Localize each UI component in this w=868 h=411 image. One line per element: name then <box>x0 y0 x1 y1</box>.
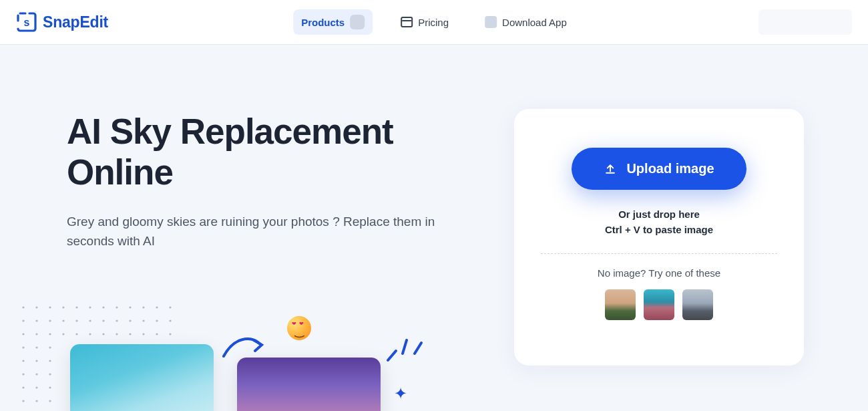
svg-point-14 <box>169 306 171 308</box>
svg-point-39 <box>22 346 24 348</box>
nav-download[interactable]: Download App <box>477 11 575 33</box>
svg-point-20 <box>89 319 91 321</box>
sparkle-star-icon: ✦ <box>394 384 407 403</box>
svg-point-6 <box>62 306 64 308</box>
svg-point-8 <box>89 306 91 308</box>
svg-point-21 <box>102 319 104 321</box>
upload-icon <box>604 162 617 176</box>
svg-point-10 <box>116 306 118 308</box>
main-nav: Products Pricing Download App <box>293 9 575 35</box>
nav-products[interactable]: Products <box>293 9 373 35</box>
svg-point-43 <box>35 360 37 362</box>
svg-point-31 <box>75 333 77 335</box>
svg-point-1 <box>22 13 24 15</box>
svg-point-40 <box>35 346 37 348</box>
svg-point-12 <box>142 306 144 308</box>
svg-point-24 <box>142 319 144 321</box>
svg-point-51 <box>22 400 24 402</box>
svg-point-23 <box>129 319 131 321</box>
svg-point-19 <box>75 319 77 321</box>
svg-point-27 <box>22 333 24 335</box>
pricing-icon <box>401 17 413 27</box>
svg-point-32 <box>89 333 91 335</box>
nav-download-label: Download App <box>502 17 567 28</box>
drop-hint: Or just drop here Ctrl + V to paste imag… <box>605 207 713 237</box>
svg-point-41 <box>49 346 51 348</box>
heart-eyes-emoji-icon <box>287 316 311 340</box>
svg-point-17 <box>49 319 51 321</box>
svg-point-3 <box>22 306 24 308</box>
svg-point-30 <box>62 333 64 335</box>
svg-point-50 <box>49 386 51 388</box>
svg-point-44 <box>49 360 51 362</box>
nav-pricing[interactable]: Pricing <box>393 11 457 33</box>
upload-button-label: Upload image <box>626 161 714 176</box>
svg-point-47 <box>49 373 51 375</box>
svg-point-42 <box>22 360 24 362</box>
download-icon <box>485 16 497 28</box>
logo-text: SnapEdit <box>43 13 108 31</box>
svg-point-25 <box>156 319 158 321</box>
svg-point-2 <box>17 17 19 19</box>
before-image <box>70 344 214 411</box>
svg-point-52 <box>35 400 37 402</box>
hero-illustration: ✦ <box>20 304 454 411</box>
sample-thumb-3[interactable] <box>682 289 713 320</box>
svg-point-16 <box>35 319 37 321</box>
drop-hint-line1: Or just drop here <box>605 207 713 223</box>
header-cta-placeholder[interactable] <box>758 9 852 35</box>
sparkle-lines-icon <box>384 331 431 371</box>
svg-point-18 <box>62 319 64 321</box>
hero-section: AI Sky Replacement Online Grey and gloom… <box>0 45 514 411</box>
svg-point-15 <box>22 319 24 321</box>
svg-point-4 <box>35 306 37 308</box>
svg-point-11 <box>129 306 131 308</box>
svg-point-45 <box>22 373 24 375</box>
svg-point-26 <box>169 319 171 321</box>
logo[interactable]: s SnapEdit <box>16 11 108 33</box>
site-header: s SnapEdit Products Pricing Download App <box>0 0 868 45</box>
svg-point-48 <box>22 386 24 388</box>
sample-thumbnails <box>605 289 713 320</box>
drop-hint-line2: Ctrl + V to paste image <box>605 223 713 238</box>
svg-point-22 <box>116 319 118 321</box>
svg-point-29 <box>49 333 51 335</box>
svg-point-38 <box>169 333 171 335</box>
svg-point-13 <box>156 306 158 308</box>
svg-point-33 <box>102 333 104 335</box>
logo-icon: s <box>16 11 37 33</box>
svg-point-9 <box>102 306 104 308</box>
hero-title-line1: AI Sky Replacement <box>67 112 393 151</box>
svg-point-34 <box>116 333 118 335</box>
svg-point-46 <box>35 373 37 375</box>
svg-point-28 <box>35 333 37 335</box>
sample-thumb-2[interactable] <box>644 289 674 320</box>
svg-text:s: s <box>24 17 30 28</box>
hero-subtitle: Grey and gloomy skies are ruining your p… <box>67 212 467 251</box>
svg-point-53 <box>49 400 51 402</box>
nav-pricing-label: Pricing <box>418 17 449 28</box>
svg-point-37 <box>156 333 158 335</box>
main-content: AI Sky Replacement Online Grey and gloom… <box>0 45 868 411</box>
upload-button[interactable]: Upload image <box>572 148 746 190</box>
svg-point-49 <box>35 386 37 388</box>
divider <box>541 253 777 254</box>
hero-title: AI Sky Replacement Online <box>67 112 514 193</box>
svg-point-35 <box>129 333 131 335</box>
upload-card: Upload image Or just drop here Ctrl + V … <box>514 109 804 366</box>
try-samples-label: No image? Try one of these <box>598 267 720 279</box>
svg-point-36 <box>142 333 144 335</box>
svg-point-7 <box>75 306 77 308</box>
svg-point-5 <box>49 306 51 308</box>
after-image <box>237 358 381 411</box>
hero-title-line2: Online <box>67 152 173 192</box>
chevron-down-icon <box>350 15 365 29</box>
arrow-icon <box>220 331 267 364</box>
nav-products-label: Products <box>301 17 345 28</box>
sample-thumb-1[interactable] <box>605 289 636 320</box>
